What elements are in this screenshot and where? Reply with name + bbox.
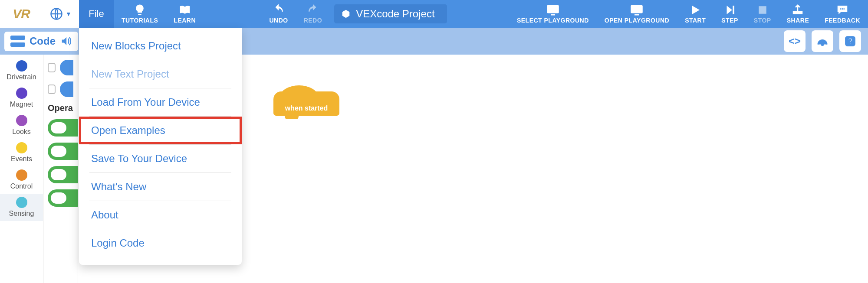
open-playground-button[interactable]: OPEN PLAYGROUND <box>597 0 677 28</box>
file-menu-whatsnew[interactable]: What's New <box>79 173 242 201</box>
play-icon <box>689 4 702 16</box>
file-label: File <box>89 8 104 20</box>
svg-text:?: ? <box>848 37 853 46</box>
book-icon <box>178 4 191 16</box>
palette-block[interactable] <box>48 60 73 75</box>
redo-label: REDO <box>304 17 322 24</box>
learn-button[interactable]: LEARN <box>166 0 204 28</box>
monitor-icon <box>546 4 559 16</box>
code-toggle-button[interactable]: <> <box>784 30 806 52</box>
learn-label: LEARN <box>174 17 196 24</box>
globe-icon <box>50 7 63 20</box>
logo-text: VR <box>13 7 30 21</box>
redo-icon <box>306 4 319 16</box>
tutorials-button[interactable]: TUTORIALS <box>114 0 166 28</box>
stop-icon <box>756 4 769 16</box>
right-toolbox: <> ? <box>784 30 868 52</box>
file-menu-open-examples[interactable]: Open Examples <box>79 117 242 144</box>
svg-rect-6 <box>759 6 766 14</box>
category-label: Sensing <box>9 210 34 218</box>
chevron-down-icon: ▼ <box>66 10 72 17</box>
start-label: START <box>685 17 706 24</box>
start-button[interactable]: START <box>677 0 713 28</box>
category-drivetrain[interactable]: Drivetrain <box>0 57 43 85</box>
feedback-button[interactable]: FEEDBACK <box>817 0 868 28</box>
file-menu-button[interactable]: File <box>79 0 114 28</box>
help-icon: ? <box>844 35 857 48</box>
category-label: Looks <box>12 128 31 136</box>
share-label: SHARE <box>787 17 809 24</box>
palette-heading: Opera <box>48 103 73 113</box>
when-started-label: when started <box>285 104 328 112</box>
file-menu-load[interactable]: Load From Your Device <box>79 88 242 116</box>
category-label: Control <box>10 182 33 190</box>
svg-point-9 <box>843 8 845 10</box>
code-viewer-tab[interactable]: Code <box>4 32 78 51</box>
tutorials-label: TUTORIALS <box>122 17 158 24</box>
dot-icon <box>16 115 27 126</box>
file-menu-new-text[interactable]: New Text Project <box>79 60 242 88</box>
svg-point-7 <box>840 8 842 10</box>
redo-button[interactable]: REDO <box>296 0 330 28</box>
undo-button[interactable]: UNDO <box>261 0 296 28</box>
step-button[interactable]: STEP <box>713 0 746 28</box>
file-menu-save[interactable]: Save To Your Device <box>79 145 242 172</box>
feedback-label: FEEDBACK <box>825 17 860 24</box>
stop-button[interactable]: STOP <box>746 0 779 28</box>
checkbox[interactable] <box>48 85 56 94</box>
share-button[interactable]: SHARE <box>779 0 817 28</box>
dashboard-button[interactable] <box>812 30 833 52</box>
category-column: Drivetrain Magnet Looks Events Control S… <box>0 55 43 283</box>
checkbox[interactable] <box>48 63 56 72</box>
svg-point-10 <box>822 44 823 46</box>
sound-icon <box>60 35 72 47</box>
open-playground-label: OPEN PLAYGROUND <box>605 17 669 24</box>
undo-icon <box>272 4 285 16</box>
logo: VR <box>0 0 43 28</box>
category-label: Drivetrain <box>7 73 36 81</box>
category-looks[interactable]: Looks <box>0 112 43 139</box>
angle-brackets-icon: <> <box>789 35 801 47</box>
category-label: Magnet <box>10 101 33 108</box>
dot-icon <box>16 197 27 208</box>
select-playground-label: SELECT PLAYGROUND <box>517 17 589 24</box>
category-sensing[interactable]: Sensing <box>0 194 43 221</box>
project-name-field[interactable]: VEXcode Project <box>334 4 447 23</box>
lightbulb-icon <box>133 4 146 16</box>
step-icon <box>723 4 736 16</box>
top-toolbar: VR ▼ File TUTORIALS LEARN UNDO REDO VEXc… <box>0 0 868 28</box>
help-button[interactable]: ? <box>839 30 861 52</box>
palette-block[interactable] <box>48 81 73 97</box>
category-label: Events <box>11 155 32 163</box>
project-name-text: VEXcode Project <box>356 8 434 20</box>
undo-label: UNDO <box>269 17 288 24</box>
file-dropdown: New Blocks Project New Text Project Load… <box>79 28 242 265</box>
svg-marker-1 <box>342 10 350 18</box>
code-label: Code <box>30 35 56 47</box>
dot-icon <box>16 169 27 181</box>
speech-icon <box>836 4 849 16</box>
blocks-icon <box>10 36 25 47</box>
select-playground-button[interactable]: SELECT PLAYGROUND <box>509 0 597 28</box>
svg-point-8 <box>842 8 843 10</box>
when-started-block[interactable]: when started <box>273 91 339 116</box>
file-menu-login[interactable]: Login Code <box>79 229 242 257</box>
step-label: STEP <box>721 17 738 24</box>
dot-icon <box>16 142 27 153</box>
share-icon <box>791 4 804 16</box>
gauge-icon <box>816 35 829 48</box>
layers-icon <box>630 4 643 16</box>
category-events[interactable]: Events <box>0 139 43 166</box>
dot-icon <box>16 88 27 99</box>
category-magnet[interactable]: Magnet <box>0 85 43 112</box>
svg-rect-5 <box>733 6 734 14</box>
language-button[interactable]: ▼ <box>43 0 79 28</box>
hex-icon <box>341 9 351 19</box>
category-control[interactable]: Control <box>0 166 43 194</box>
file-menu-new-blocks[interactable]: New Blocks Project <box>79 32 242 60</box>
svg-rect-3 <box>551 8 555 10</box>
dot-icon <box>16 60 27 72</box>
blocks-palette: Opera <box>43 55 78 283</box>
file-menu-about[interactable]: About <box>79 201 242 229</box>
stop-label: STOP <box>754 17 771 24</box>
